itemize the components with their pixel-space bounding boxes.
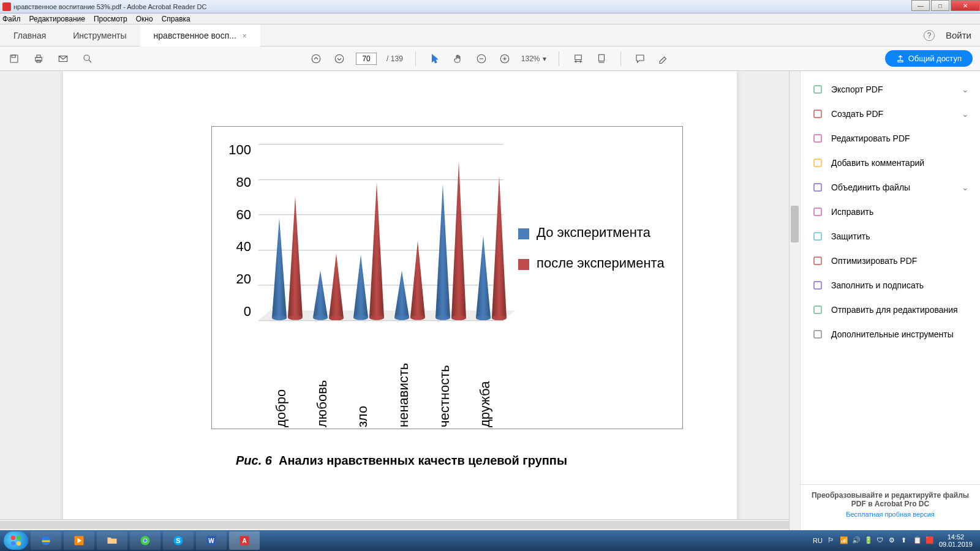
window-maximize-button[interactable]: □ [931, 0, 949, 11]
tools-panel-item[interactable]: Заполнить и подписать [801, 273, 980, 298]
tab-row: Главная Инструменты нравственное восп...… [0, 24, 980, 47]
tools-panel-item-icon [812, 132, 824, 144]
taskbar-item-media[interactable] [64, 531, 94, 550]
chart-x-label: ненависть [383, 326, 424, 427]
zoom-out-icon[interactable] [475, 52, 488, 66]
horizontal-scrollbar[interactable] [0, 519, 789, 530]
vertical-scrollbar-thumb[interactable] [791, 206, 799, 242]
language-indicator[interactable]: RU [813, 537, 823, 544]
svg-point-25 [369, 315, 384, 320]
tools-panel-item[interactable]: Редактировать PDF [801, 126, 980, 151]
svg-line-7 [89, 60, 91, 62]
svg-rect-15 [575, 55, 581, 60]
page-number-input[interactable] [356, 53, 377, 65]
start-button[interactable] [4, 531, 28, 550]
tools-panel-item[interactable]: Объединить файлы ⌄ [801, 175, 980, 200]
clock-widget[interactable]: 14:52 09.01.2019 [939, 533, 976, 548]
tools-panel-item[interactable]: Отправить для редактирования [801, 298, 980, 322]
comment-icon[interactable] [633, 52, 647, 66]
document-viewport[interactable]: 100806040200 [0, 71, 800, 530]
free-trial-link[interactable]: Бесплатная пробная версия [809, 511, 971, 518]
tab-document[interactable]: нравственное восп... × [140, 24, 260, 47]
tools-panel-item-icon [812, 108, 824, 120]
page-down-icon[interactable] [333, 52, 346, 66]
zoom-in-icon[interactable] [498, 52, 511, 66]
tray-misc1-icon[interactable]: ⚙ [889, 536, 897, 545]
tray-misc2-icon[interactable]: ⬆ [901, 536, 910, 545]
tools-panel-item[interactable]: Дополнительные инструменты [801, 322, 980, 347]
share-button[interactable]: Общий доступ [885, 50, 973, 67]
chart-cone [313, 271, 328, 320]
tools-panel-item[interactable]: Добавить комментарий [801, 151, 980, 175]
print-icon[interactable] [32, 52, 45, 66]
taskbar-item-acrobat[interactable]: A [229, 531, 260, 550]
window-close-button[interactable]: ✕ [951, 0, 980, 11]
highlight-icon[interactable] [657, 52, 670, 66]
tab-document-label: нравственное восп... [154, 31, 236, 40]
vertical-scrollbar[interactable] [789, 71, 800, 530]
zoom-value[interactable]: 132% ▾ [521, 54, 546, 63]
svg-rect-16 [598, 54, 604, 61]
tools-panel-item-label: Объединить файлы [831, 182, 910, 192]
chart-cone [410, 241, 425, 320]
menu-help[interactable]: Справка [162, 15, 190, 23]
taskbar-item-word[interactable]: W [196, 531, 227, 550]
menu-view[interactable]: Просмотр [94, 15, 127, 23]
signin-link[interactable]: Войти [946, 30, 971, 40]
tools-panel-item[interactable]: Защитить [801, 224, 980, 249]
horizontal-scrollbar-thumb[interactable] [0, 521, 789, 529]
tools-panel-item[interactable]: Создать PDF ⌄ [801, 102, 980, 126]
taskbar-item-ie[interactable] [31, 531, 61, 550]
tools-panel-item[interactable]: Экспорт PDF ⌄ [801, 77, 980, 102]
tools-panel-item-label: Исправить [831, 207, 873, 217]
app-icon [2, 2, 11, 11]
tray-misc3-icon[interactable]: 📋 [913, 536, 922, 545]
fit-page-icon[interactable] [595, 52, 608, 66]
tools-panel-item-label: Отправить для редактирования [831, 305, 958, 315]
svg-point-8 [312, 54, 320, 63]
taskbar-item-skype[interactable]: S [163, 531, 194, 550]
search-icon[interactable] [81, 52, 94, 66]
legend-label-after: после эксперимента [537, 255, 665, 271]
help-icon[interactable]: ? [924, 30, 935, 41]
taskbar: S W A RU 🏳 📶 🔊 🔋 🛡 ⚙ ⬆ 📋 🟥 14:52 09.01.2… [0, 530, 980, 551]
window-minimize-button[interactable]: — [911, 0, 930, 11]
clock-time: 14:52 [939, 533, 973, 541]
menu-window[interactable]: Окно [136, 15, 153, 23]
hand-tool-icon[interactable] [451, 52, 465, 66]
menu-edit[interactable]: Редактирование [29, 15, 85, 23]
tab-tools[interactable]: Инструменты [59, 24, 140, 47]
tray-battery-icon[interactable]: 🔋 [864, 536, 873, 545]
taskbar-item-explorer[interactable] [97, 531, 127, 550]
save-icon[interactable] [7, 52, 21, 66]
tray-action-center-icon[interactable]: 🏳 [827, 536, 836, 545]
tools-panel-item-icon [812, 181, 824, 193]
svg-rect-32 [814, 159, 821, 167]
tools-panel: Экспорт PDF ⌄ Создать PDF ⌄ Редактироват… [800, 71, 980, 530]
fit-width-icon[interactable] [571, 52, 585, 66]
select-tool-icon[interactable] [428, 52, 442, 66]
menu-file[interactable]: Файл [2, 15, 21, 23]
tools-panel-item-label: Заполнить и подписать [831, 280, 924, 290]
tray-shield-icon[interactable]: 🛡 [876, 536, 885, 545]
svg-rect-35 [814, 233, 821, 240]
tray-misc4-icon[interactable]: 🟥 [925, 536, 934, 545]
svg-point-20 [394, 315, 409, 320]
svg-rect-37 [814, 282, 821, 289]
chart-x-labels: добролюбовьзлоненавистьчестностьдружба [261, 326, 506, 427]
tools-panel-item[interactable]: Оптимизировать PDF [801, 249, 980, 273]
tools-panel-item-label: Создать PDF [831, 109, 883, 119]
mail-icon[interactable] [56, 52, 70, 66]
page-up-icon[interactable] [309, 52, 323, 66]
tab-home[interactable]: Главная [0, 24, 59, 47]
svg-point-42 [11, 541, 15, 545]
tray-sound-icon[interactable]: 🔊 [852, 536, 861, 545]
tools-panel-item[interactable]: Исправить [801, 200, 980, 224]
tools-panel-item-label: Защитить [831, 231, 870, 241]
tray-network-icon[interactable]: 📶 [840, 536, 848, 545]
tab-close-icon[interactable]: × [243, 32, 247, 40]
svg-point-26 [410, 315, 425, 320]
chevron-down-icon: ⌄ [962, 182, 969, 192]
taskbar-item-chrome[interactable] [130, 531, 160, 550]
share-button-label: Общий доступ [908, 54, 962, 63]
